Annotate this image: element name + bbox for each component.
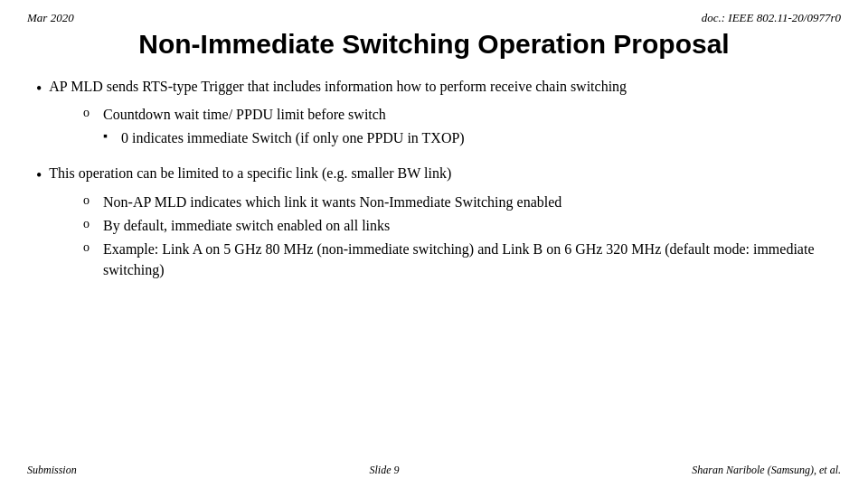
sub-symbol-1-1: o [83,104,103,122]
sub-item-1-1: o Countdown wait time/ PPDU limit before… [83,104,832,125]
bullet-symbol-1: • [36,77,42,100]
sub-list-1: o Countdown wait time/ PPDU limit before… [83,104,832,148]
bullet-main-2: • This operation can be limited to a spe… [36,163,832,187]
sub-sub-list-1-1: ▪ 0 indicates immediate Switch (if only … [103,127,832,148]
slide-content: • AP MLD sends RTS-type Trigger that inc… [0,76,868,280]
header-date: Mar 2020 [27,11,74,25]
sub-item-2-3: o Example: Link A on 5 GHz 80 MHz (non-i… [83,239,832,280]
sub-text-2-3: Example: Link A on 5 GHz 80 MHz (non-imm… [103,239,832,280]
sub-symbol-2-3: o [83,239,103,257]
sub-text-2-2: By default, immediate switch enabled on … [103,215,390,236]
subsub-symbol-1-1-1: ▪ [103,127,121,145]
footer-submission: Submission [27,464,77,477]
sub-item-2-2: o By default, immediate switch enabled o… [83,215,832,236]
header-doc: doc.: IEEE 802.11-20/0977r0 [702,11,841,25]
slide-header: Mar 2020 doc.: IEEE 802.11-20/0977r0 [0,0,868,29]
sub-item-2-1: o Non-AP MLD indicates which link it wan… [83,192,832,212]
sub-text-1-1: Countdown wait time/ PPDU limit before s… [103,104,386,125]
bullet-text-1: AP MLD sends RTS-type Trigger that inclu… [49,76,832,97]
subsub-text-1-1-1: 0 indicates immediate Switch (if only on… [121,127,465,148]
sub-sub-item-1-1-1: ▪ 0 indicates immediate Switch (if only … [103,127,832,148]
bullet-main-1: • AP MLD sends RTS-type Trigger that inc… [36,76,832,100]
bullet-text-2: This operation can be limited to a speci… [49,163,832,183]
sub-text-2-1: Non-AP MLD indicates which link it wants… [103,192,561,212]
sub-symbol-2-2: o [83,215,103,233]
slide: Mar 2020 doc.: IEEE 802.11-20/0977r0 Non… [0,0,868,488]
sub-symbol-2-1: o [83,192,103,210]
slide-title: Non-Immediate Switching Operation Propos… [27,29,841,60]
bullet-section-2: • This operation can be limited to a spe… [36,163,832,280]
bullet-section-1: • AP MLD sends RTS-type Trigger that inc… [36,76,832,148]
sub-list-2: o Non-AP MLD indicates which link it wan… [83,192,832,281]
bullet-symbol-2: • [36,164,42,187]
slide-footer: Submission Slide 9 Sharan Naribole (Sams… [0,464,868,477]
footer-author: Sharan Naribole (Samsung), et al. [692,464,841,477]
footer-slide-number: Slide 9 [370,464,400,477]
